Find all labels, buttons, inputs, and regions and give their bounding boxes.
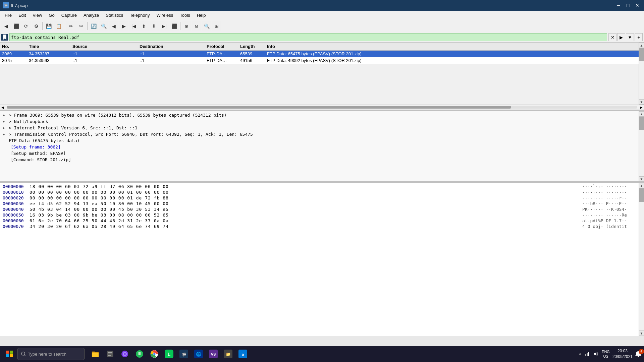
table-row[interactable]: 3069 34.353287 ::1 ::1 FTP-DA… 65539 FTP…: [0, 51, 639, 57]
menu-go[interactable]: Go: [45, 11, 58, 19]
detail-scroll-thumb[interactable]: [639, 117, 644, 130]
detail-frame: > Frame 3069: 65539 bytes on wire (52431…: [9, 113, 227, 118]
filter-clear-btn[interactable]: ✕: [608, 33, 616, 41]
menu-edit[interactable]: Edit: [15, 11, 29, 19]
window-title: 6-7.pcap: [11, 3, 28, 8]
taskbar-app-line[interactable]: L: [162, 347, 176, 361]
filter-dropdown-btn[interactable]: ▼: [626, 33, 634, 41]
detail-scroll-down[interactable]: ▼: [639, 176, 644, 182]
menu-wireless[interactable]: Wireless: [153, 11, 176, 19]
menu-view[interactable]: View: [29, 11, 45, 19]
toolbar-resize-btn[interactable]: ⊞: [212, 21, 221, 31]
detail-frame-row[interactable]: ▶ > Frame 3069: 65539 bytes on wire (524…: [0, 112, 639, 118]
filter-add-btn[interactable]: +: [635, 33, 643, 41]
taskbar-app-files2[interactable]: 📁: [221, 347, 235, 361]
filter-input[interactable]: [9, 33, 607, 41]
filter-apply-btn[interactable]: ▶: [617, 33, 625, 41]
detail-tcp-row[interactable]: ▶ > Transmission Control Protocol, Src P…: [0, 131, 639, 137]
taskbar-app-filemanager[interactable]: [89, 347, 102, 361]
menu-tools[interactable]: Tools: [176, 11, 193, 19]
toolbar-scroll-btn[interactable]: ⬛: [169, 21, 179, 31]
table-row[interactable]: 3075 34.353593 ::1 ::1 FTP-DA… 49156 FTP…: [0, 57, 639, 64]
menu-capture[interactable]: Capture: [58, 11, 80, 19]
menu-telephony[interactable]: Telephony: [126, 11, 153, 19]
svg-rect-30: [585, 354, 586, 356]
horizontal-scrollbar[interactable]: ◀ ▶: [0, 105, 644, 110]
svg-rect-3: [10, 354, 13, 357]
scroll-up-arrow[interactable]: ▲: [639, 43, 644, 48]
detail-setup-method-row: [Setup method: EPASV]: [0, 150, 639, 157]
hex-scroll-thumb[interactable]: [639, 188, 644, 202]
toolbar-bookmark-btn[interactable]: 📋: [54, 21, 63, 31]
notification-area[interactable]: 6: [635, 351, 641, 357]
toolbar-go-up-btn[interactable]: ⬆: [139, 21, 149, 31]
toolbar-refresh-btn[interactable]: 🔄: [89, 21, 98, 31]
maximize-button[interactable]: □: [624, 1, 632, 9]
svg-point-4: [21, 352, 25, 355]
close-button[interactable]: ✕: [633, 1, 641, 9]
toolbar-zoom-in-btn[interactable]: 🔍: [99, 21, 108, 31]
detail-scrollbar[interactable]: ▲ ▼: [639, 111, 644, 182]
detail-null-row[interactable]: ▶ > Null/Loopback: [0, 118, 639, 125]
detail-ftpdata-row[interactable]: ▶ FTP Data (65475 bytes data): [0, 137, 639, 144]
toolbar-go-down-btn[interactable]: ⬇: [149, 21, 159, 31]
toolbar-back-btn[interactable]: ◀: [109, 21, 118, 31]
scroll-track: [639, 48, 644, 99]
filter-bookmark-icon: [1, 34, 8, 41]
hscroll-thumb[interactable]: [7, 106, 511, 109]
taskbar-app-wireshark[interactable]: 🦈: [177, 347, 191, 361]
toolbar-edit-btn[interactable]: ✏: [66, 21, 76, 31]
hscroll-left-arrow[interactable]: ◀: [0, 106, 5, 109]
detail-command: [Command: STOR 201.zip]: [11, 157, 71, 162]
hex-bytes: ee f4 d5 62 52 94 13 ea 50 10 80 00 10 4…: [30, 201, 580, 206]
toolbar-open-btn[interactable]: ◀: [1, 21, 11, 31]
start-button[interactable]: [3, 347, 16, 361]
expand-arrow-ipv6: ▶: [3, 126, 8, 130]
toolbar-stop-btn[interactable]: ⬛: [11, 21, 21, 31]
toolbar-cut-btn[interactable]: ✂: [76, 21, 86, 31]
toolbar-save-btn[interactable]: 💾: [44, 21, 53, 31]
taskbar-app-edge[interactable]: e: [236, 347, 250, 361]
hex-scrollbar[interactable]: ▲ ▼: [639, 183, 644, 336]
detail-setup-frame-link[interactable]: [Setup frame: 3062]: [11, 144, 61, 149]
scroll-thumb[interactable]: [639, 48, 644, 61]
window-controls[interactable]: ─ □ ✕: [614, 1, 641, 9]
hex-dump: 00000000 18 00 00 00 60 03 72 a9 ff d7 0…: [0, 183, 639, 336]
toolbar-zoom-normal-btn[interactable]: 🔍: [202, 21, 211, 31]
taskbar-app-notepad[interactable]: [103, 347, 117, 361]
detail-setup-frame-row[interactable]: [Setup frame: 3062]: [0, 144, 639, 150]
svg-text:e: e: [241, 352, 244, 357]
menu-file[interactable]: File: [1, 11, 15, 19]
taskbar-app-network[interactable]: 🌐: [192, 347, 205, 361]
minimize-button[interactable]: ─: [614, 1, 623, 9]
taskbar-app-puzzle[interactable]: [118, 347, 131, 361]
taskbar-app-chrome[interactable]: [148, 347, 161, 361]
hex-scroll-track: [639, 188, 644, 330]
toolbar-options-btn[interactable]: ⚙: [32, 21, 41, 31]
hscroll-right-arrow[interactable]: ▶: [639, 106, 644, 109]
menu-statistics[interactable]: Statistics: [102, 11, 126, 19]
hex-scroll-up[interactable]: ▲: [639, 183, 644, 188]
list-item: 00000040 50 4b 03 04 14 00 00 00 00 00 4…: [0, 206, 639, 212]
toolbar-go-start-btn[interactable]: |◀: [129, 21, 139, 31]
packet-list-header: No. Time Source Destination Protocol Len…: [0, 43, 639, 51]
list-item: 00000060 61 6c 2e 70 64 66 25 50 44 46 2…: [0, 218, 639, 224]
systray-time[interactable]: 20:03 20/09/2021: [612, 348, 633, 360]
systray-expand-icon[interactable]: ∧: [579, 352, 582, 356]
detail-ipv6-row[interactable]: ▶ > Internet Protocol Version 6, Src: ::…: [0, 125, 639, 131]
scroll-down-arrow[interactable]: ▼: [639, 99, 644, 105]
menu-help[interactable]: Help: [194, 11, 209, 19]
detail-scroll-up[interactable]: ▲: [639, 111, 644, 117]
toolbar-zoom-out-btn[interactable]: ⊖: [192, 21, 201, 31]
hex-scroll-down[interactable]: ▼: [639, 330, 644, 336]
taskbar-app-visualstudio[interactable]: VS: [207, 347, 220, 361]
toolbar-zoom-in2-btn[interactable]: ⊕: [182, 21, 191, 31]
menu-analyze[interactable]: Analyze: [80, 11, 102, 19]
toolbar-forward-btn[interactable]: ▶: [119, 21, 128, 31]
taskbar-app-music[interactable]: [133, 347, 146, 361]
packet-list-scrollbar[interactable]: ▲ ▼: [639, 43, 644, 105]
taskbar-search[interactable]: Type here to search: [17, 348, 85, 360]
detail-command-row: [Command: STOR 201.zip]: [0, 157, 639, 163]
toolbar-go-end-btn[interactable]: ▶|: [159, 21, 169, 31]
toolbar-reload-btn[interactable]: ⟳: [21, 21, 31, 31]
